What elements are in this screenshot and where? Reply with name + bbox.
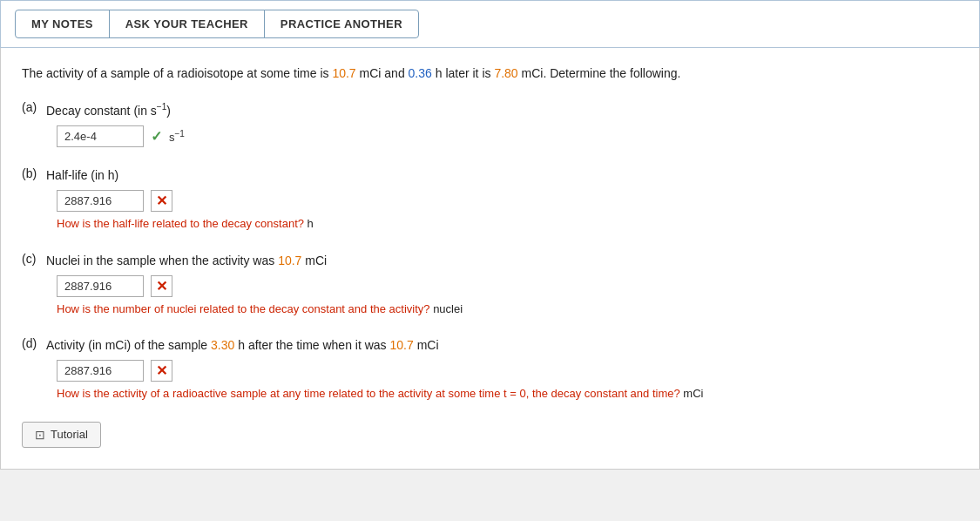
part-a-input[interactable]: [57, 125, 144, 147]
value-10-7-d: 10.7: [390, 338, 414, 352]
part-d-hint: How is the activity of a radioactive sam…: [57, 385, 953, 403]
part-d-hint-suffix: mCi: [680, 387, 704, 400]
part-c-hint: How is the number of nuclei related to t…: [57, 301, 953, 318]
part-c: (c) Nuclei in the sample when the activi…: [22, 252, 953, 318]
part-d-input[interactable]: [57, 360, 144, 382]
part-b-hint-suffix: h: [304, 217, 314, 230]
part-b-text: Half-life (in h): [46, 166, 118, 185]
part-a-input-row: ✓ s−1: [57, 125, 953, 147]
value-0-36: 0.36: [409, 66, 432, 80]
value-7-80: 7.80: [494, 66, 517, 80]
value-3-30: 3.30: [211, 338, 234, 352]
part-d-letter: (d): [22, 336, 39, 350]
part-d-text: Activity (in mCi) of the sample 3.30 h a…: [46, 336, 439, 355]
part-d: (d) Activity (in mCi) of the sample 3.30…: [22, 336, 953, 403]
problem-text-3: h later it is: [432, 66, 495, 80]
part-b: (b) Half-life (in h) ✕ How is the half-l…: [22, 166, 953, 233]
part-c-input[interactable]: [57, 275, 144, 297]
part-a-unit: s−1: [169, 129, 185, 144]
part-c-text: Nuclei in the sample when the activity w…: [46, 252, 327, 270]
part-b-clear-button[interactable]: ✕: [151, 190, 172, 212]
tutorial-icon: ⊡: [35, 428, 45, 442]
problem-text-2: mCi and: [356, 66, 409, 80]
part-b-label: (b) Half-life (in h): [22, 166, 953, 185]
ask-teacher-button[interactable]: ASK YOUR TEACHER: [109, 10, 265, 38]
part-a-letter: (a): [22, 100, 39, 114]
part-b-hint: How is the half-life related to the deca…: [57, 215, 953, 233]
part-c-input-row: ✕: [57, 275, 953, 297]
part-d-clear-button[interactable]: ✕: [151, 360, 172, 382]
part-c-hint-suffix: nuclei: [430, 302, 463, 315]
problem-text-1: The activity of a sample of a radioisoto…: [22, 66, 332, 80]
part-d-label: (d) Activity (in mCi) of the sample 3.30…: [22, 336, 953, 355]
value-10-7-initial: 10.7: [332, 66, 355, 80]
part-c-label: (c) Nuclei in the sample when the activi…: [22, 252, 953, 270]
my-notes-button[interactable]: MY NOTES: [15, 10, 110, 38]
practice-another-button[interactable]: PRACTICE ANOTHER: [264, 10, 419, 38]
top-bar: MY NOTES ASK YOUR TEACHER PRACTICE ANOTH…: [0, 0, 980, 48]
part-b-input[interactable]: [57, 190, 144, 212]
tutorial-label: Tutorial: [51, 428, 88, 441]
content-area: The activity of a sample of a radioisoto…: [0, 48, 980, 470]
part-b-input-row: ✕: [57, 190, 953, 212]
part-a: (a) Decay constant (in s−1) ✓ s−1: [22, 100, 953, 147]
part-c-letter: (c): [22, 252, 39, 266]
problem-statement: The activity of a sample of a radioisoto…: [22, 64, 953, 83]
part-a-correct-icon: ✓: [151, 128, 162, 145]
page-wrapper: MY NOTES ASK YOUR TEACHER PRACTICE ANOTH…: [0, 0, 980, 521]
value-10-7-c: 10.7: [278, 254, 301, 267]
part-d-input-row: ✕: [57, 360, 953, 382]
tutorial-button[interactable]: ⊡ Tutorial: [22, 422, 101, 448]
part-a-text: Decay constant (in s−1): [46, 100, 171, 120]
part-c-clear-button[interactable]: ✕: [151, 275, 172, 297]
problem-text-4: mCi. Determine the following.: [518, 66, 681, 80]
part-b-letter: (b): [22, 166, 39, 180]
part-a-label: (a) Decay constant (in s−1): [22, 100, 953, 120]
